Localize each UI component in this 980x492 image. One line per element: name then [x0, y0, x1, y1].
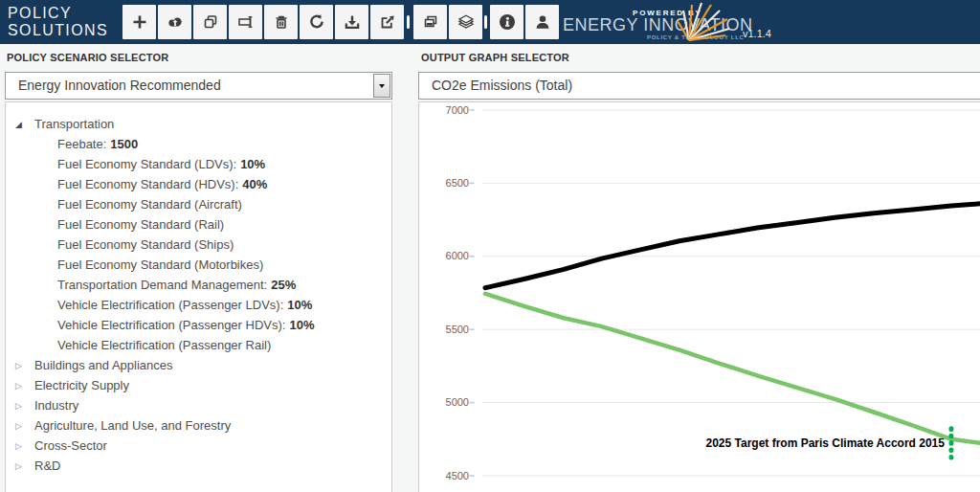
tree-item-label: Fuel Economy Standard (LDVs): [57, 157, 236, 171]
tree-item[interactable]: Vehicle Electrification (Passenger HDVs)… [6, 315, 391, 335]
tree-item[interactable]: Feebate:1500 [6, 134, 391, 154]
layers-icon [457, 12, 476, 32]
trash-icon [272, 12, 291, 32]
tree-item-label: Feebate: [57, 137, 106, 151]
svg-text:2025 Target from Paris Climate: 2025 Target from Paris Climate Accord 20… [706, 436, 946, 450]
emissions-chart: 7000650060005500500045002025 Target from… [418, 101, 980, 492]
cloud-upload-icon [166, 12, 185, 32]
output-graph-selector-label: OUTPUT GRAPH SELECTOR [421, 52, 569, 63]
toolbar-separator [484, 15, 487, 29]
tree-item[interactable]: Fuel Economy Standard (Motorbikes) [6, 255, 391, 275]
tree-item-value: 40% [242, 177, 267, 191]
expand-toggle-icon[interactable]: ▷ [15, 361, 34, 370]
tree-item[interactable]: ▷R&D [6, 456, 391, 476]
tree-item[interactable]: Vehicle Electrification (Passenger LDVs)… [6, 295, 391, 315]
tree-item[interactable]: Fuel Economy Standard (HDVs):40% [6, 174, 391, 194]
tree-item[interactable]: ▷Industry [6, 395, 391, 415]
layers-button[interactable] [449, 5, 482, 39]
tree-item[interactable]: Vehicle Electrification (Passenger Rail) [6, 335, 391, 355]
caret-down-icon [379, 84, 385, 88]
tree-item-value: 25% [271, 278, 296, 292]
tree-item-label: Electricity Supply [34, 378, 129, 392]
info-button[interactable] [490, 5, 523, 39]
tree-item[interactable]: Fuel Economy Standard (LDVs):10% [6, 154, 391, 174]
toolbar-separator [407, 15, 410, 29]
svg-text:7000: 7000 [446, 104, 469, 116]
tree-item[interactable]: ▷Cross-Sector [6, 436, 391, 456]
expand-toggle-icon[interactable]: ▷ [15, 421, 34, 431]
tree-item-label: Fuel Economy Standard (Aircraft) [57, 197, 242, 212]
undo-button[interactable] [300, 5, 333, 39]
app-logo: POLICY SOLUTIONS [8, 5, 108, 38]
scenario-select-arrow-button[interactable] [373, 74, 390, 98]
rename-icon [236, 12, 256, 32]
output-graph-select-value: CO2e Emissions (Total) [419, 73, 980, 99]
compare-views-button[interactable] [413, 5, 447, 39]
cloud-open-button[interactable] [158, 5, 191, 39]
tree-item-label: Industry [34, 398, 78, 413]
download-button[interactable] [335, 5, 368, 39]
app-logo-line1: POLICY [8, 5, 108, 22]
tree-item-value: 10% [289, 318, 314, 332]
expand-toggle-icon[interactable]: ▷ [15, 441, 34, 451]
svg-text:6000: 6000 [446, 250, 469, 261]
new-scenario-button[interactable] [122, 5, 156, 39]
expand-toggle-icon[interactable]: ▷ [15, 461, 34, 471]
account-button[interactable] [525, 5, 559, 39]
tree-item[interactable]: ▷Buildings and Appliances [6, 355, 391, 375]
svg-text:5500: 5500 [446, 324, 469, 335]
tree-item-label: Agriculture, Land Use, and Forestry [34, 418, 231, 433]
tree-item-label: Fuel Economy Standard (HDVs): [57, 177, 238, 191]
tree-item[interactable]: ▷Electricity Supply [6, 375, 391, 395]
app-logo-line2: SOLUTIONS [8, 22, 108, 39]
copy-icon [201, 12, 220, 32]
tree-item-value: 10% [287, 298, 312, 312]
expand-toggle-icon[interactable]: ▷ [15, 381, 34, 391]
sunburst-logo [676, 2, 731, 42]
tree-item[interactable]: Fuel Economy Standard (Rail) [6, 214, 391, 235]
svg-text:5000: 5000 [446, 396, 469, 408]
scenario-select[interactable]: Energy Innovation Recommended [5, 72, 392, 100]
top-bar: POLICY SOLUTIONS [0, 0, 980, 44]
delete-button[interactable] [264, 5, 298, 39]
plus-icon [130, 12, 149, 32]
collapse-toggle-icon[interactable]: ◢ [15, 120, 34, 129]
output-graph-select[interactable]: CO2e Emissions (Total) [418, 72, 980, 100]
tree-item[interactable]: ▷Agriculture, Land Use, and Forestry [6, 415, 391, 436]
tree-item[interactable]: Fuel Economy Standard (Ships) [6, 235, 391, 255]
export-icon [378, 12, 397, 32]
tree-item-value: 1500 [110, 137, 138, 151]
tree-item[interactable]: ◢Transportation [6, 114, 391, 134]
tree-item-label: Fuel Economy Standard (Motorbikes) [57, 257, 263, 272]
policy-tree: ◢TransportationFeebate:1500Fuel Economy … [5, 101, 392, 492]
emissions-chart-canvas: 7000650060005500500045002025 Target from… [419, 102, 980, 492]
rename-button[interactable] [229, 5, 262, 39]
tree-item-label: Transportation [34, 117, 114, 131]
tree-item-label: Buildings and Appliances [34, 358, 173, 372]
tree-item-label: Vehicle Electrification (Passenger HDVs)… [57, 318, 285, 332]
frames-icon [421, 12, 440, 32]
duplicate-button[interactable] [193, 5, 227, 39]
info-icon [498, 12, 517, 32]
tree-item-value: 10% [240, 157, 265, 171]
export-button[interactable] [370, 5, 404, 39]
tree-item-label: R&D [34, 458, 60, 473]
policy-scenario-selector-label: POLICY SCENARIO SELECTOR [7, 52, 168, 63]
tree-item-label: Fuel Economy Standard (Ships) [57, 237, 234, 252]
tree-item-label: Cross-Sector [34, 438, 107, 453]
tree-item-label: Transportation Demand Management: [57, 278, 267, 292]
undo-icon [307, 12, 326, 32]
tree-item[interactable]: Fuel Economy Standard (Aircraft) [6, 194, 391, 214]
svg-text:4500: 4500 [446, 470, 469, 481]
tree-item-label: Vehicle Electrification (Passenger Rail) [57, 338, 271, 352]
app-root: { "app": { "logo_line1": "POLICY", "logo… [0, 0, 980, 492]
tree-item[interactable]: Transportation Demand Management:25% [6, 275, 391, 295]
download-icon [343, 12, 362, 32]
tree-item-label: Fuel Economy Standard (Rail) [57, 217, 224, 232]
tree-item-label: Vehicle Electrification (Passenger LDVs)… [57, 298, 283, 312]
user-icon [533, 12, 552, 32]
svg-text:6500: 6500 [446, 177, 469, 189]
version-label: v1.1.4 [743, 28, 771, 39]
scenario-select-value: Energy Innovation Recommended [6, 73, 391, 99]
expand-toggle-icon[interactable]: ▷ [15, 401, 34, 411]
